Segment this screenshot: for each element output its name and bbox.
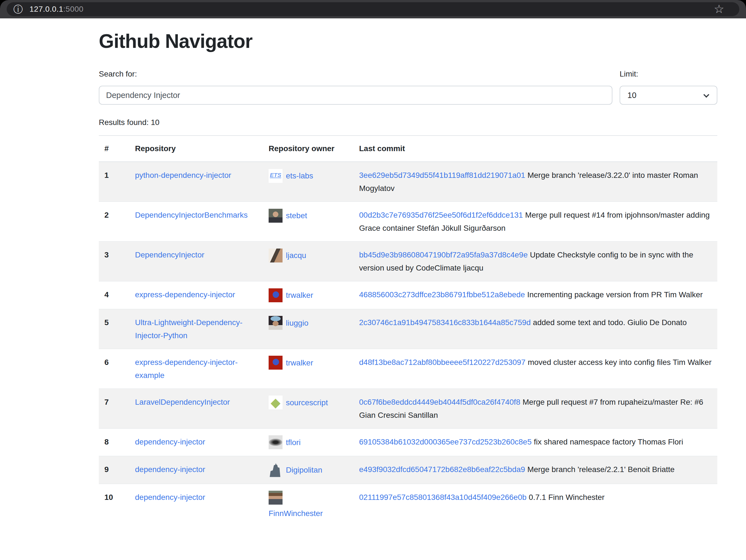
owner-link[interactable]: stebet [286, 211, 307, 220]
table-header-row: # Repository Repository owner Last commi… [99, 136, 717, 162]
owner-avatar [268, 356, 283, 370]
owner-avatar [268, 463, 283, 477]
url-host: 127.0.0.1 [29, 5, 63, 13]
commit-message: moved cluster access key into config fil… [528, 358, 712, 366]
limit-select[interactable]: 10 [620, 86, 717, 105]
table-row: 3 DependencyInjector ljacqu bb45d9e3b986… [99, 242, 717, 282]
search-input[interactable] [99, 86, 612, 105]
repo-link[interactable]: python-dependency-injector [135, 171, 231, 179]
repositories-table: # Repository Repository owner Last commi… [99, 135, 717, 527]
table-row: 8 dependency-injector tflori 69105384b61… [99, 429, 717, 456]
repo-link[interactable]: DependencyInjector [135, 250, 204, 259]
repo-link[interactable]: dependency-injector [135, 438, 205, 446]
owner-avatar: ◆ [268, 395, 283, 409]
table-row: 1 python-dependency-injector ETSets-labs… [99, 162, 717, 202]
table-row: 2 DependencyInjectorBenchmarks stebet 00… [99, 202, 717, 242]
commit-message: Incrementing package version from PR Tim… [527, 290, 703, 299]
row-index: 4 [99, 282, 130, 309]
row-index: 1 [99, 162, 130, 202]
chevron-down-icon [704, 92, 709, 98]
row-index: 2 [99, 202, 130, 242]
owner-link[interactable]: Digipolitan [286, 466, 322, 474]
commit-hash-link[interactable]: e493f9032dfcd65047172b682e8b6eaf22c5bda9 [359, 465, 525, 474]
limit-group: Limit: 10 [620, 69, 717, 105]
table-row: 10 dependency-injector FinnWinchester 02… [99, 484, 717, 527]
column-header-owner: Repository owner [263, 136, 353, 162]
commit-hash-link[interactable]: 2c30746c1a91b4947583416c833b1644a85c759d [359, 318, 531, 327]
limit-label: Limit: [620, 69, 717, 79]
info-icon[interactable]: ⓘ [13, 2, 23, 16]
column-header-last-commit: Last commit [353, 136, 717, 162]
table-row: 6 express-dependency-injector-example tr… [99, 349, 717, 388]
owner-link[interactable]: liuggio [286, 319, 309, 327]
table-row: 7 LaravelDependencyInjector ◆sourcescrip… [99, 388, 717, 429]
owner-link[interactable]: tflori [286, 438, 300, 447]
commit-hash-link[interactable]: 468856003c273dffce23b86791fbbe512a8ebede [359, 290, 525, 299]
commit-hash-link[interactable]: 0c67f6be8eddcd4449eb4044f5df0ca26f4740f8 [359, 398, 520, 406]
repo-link[interactable]: DependencyInjectorBenchmarks [135, 211, 248, 219]
column-header-index: # [99, 136, 130, 162]
owner-avatar [268, 491, 283, 505]
row-index: 10 [99, 484, 130, 527]
commit-message: added some text and todo. Giulio De Dona… [533, 318, 687, 327]
owner-link[interactable]: trwalker [286, 291, 313, 299]
search-form: Search for: Limit: 10 [99, 69, 717, 105]
repo-link[interactable]: express-dependency-injector-example [135, 358, 238, 380]
commit-hash-link[interactable]: 00d2b3c7e76935d76f25ee50f6d1f2ef6ddce131 [359, 211, 523, 219]
repo-link[interactable]: dependency-injector [135, 493, 205, 502]
owner-avatar [268, 248, 283, 262]
owner-avatar [268, 435, 283, 449]
row-index: 7 [99, 388, 130, 429]
repo-link[interactable]: LaravelDependencyInjector [135, 398, 230, 406]
commit-message: fix shared namespace factory Thomas Flor… [534, 438, 683, 446]
commit-hash-link[interactable]: 69105384b61032d000365ee737cd2523b260c8e5 [359, 438, 532, 446]
search-group: Search for: [99, 69, 612, 105]
owner-link[interactable]: ljacqu [286, 251, 306, 260]
owner-link[interactable]: ets-labs [286, 172, 313, 180]
page-title: Github Navigator [99, 30, 717, 52]
owner-link[interactable]: trwalker [286, 358, 313, 367]
row-index: 5 [99, 309, 130, 349]
owner-link[interactable]: FinnWinchester [268, 507, 348, 520]
limit-selected-value: 10 [627, 91, 636, 100]
address-bar[interactable]: ⓘ 127.0.0.1:5000 ☆ [7, 2, 739, 16]
owner-link[interactable]: sourcescript [286, 398, 328, 407]
row-index: 8 [99, 429, 130, 456]
commit-message: Merge branch 'release/2.2.1' Benoit Bria… [527, 465, 675, 474]
table-row: 4 express-dependency-injector trwalker 4… [99, 282, 717, 309]
commit-hash-link[interactable]: 02111997e57c85801368f43a10d45f409e266e0b [359, 493, 527, 502]
owner-avatar [268, 316, 283, 330]
commit-hash-link[interactable]: bb45d9e3b98608047190bf72a95fa9a37d8c4e9e [359, 250, 528, 259]
commit-hash-link[interactable]: d48f13be8ac712abf80bbeeee5f120227d253097 [359, 358, 525, 366]
row-index: 9 [99, 456, 130, 484]
search-label: Search for: [99, 69, 612, 79]
table-row: 9 dependency-injector Digipolitan e493f9… [99, 456, 717, 484]
page-content: Github Navigator Search for: Limit: 10 R… [0, 30, 746, 527]
owner-avatar: ETS [268, 169, 283, 183]
owner-avatar [268, 288, 283, 302]
commit-message: 0.7.1 Finn Winchester [529, 493, 605, 502]
row-index: 6 [99, 349, 130, 388]
bookmark-star-icon[interactable]: ☆ [714, 2, 724, 16]
row-index: 3 [99, 242, 130, 282]
table-row: 5 Ultra-Lightweight-Dependency-Injector-… [99, 309, 717, 349]
url-text: 127.0.0.1:5000 [29, 5, 84, 13]
owner-avatar [268, 209, 283, 223]
repo-link[interactable]: dependency-injector [135, 465, 205, 474]
column-header-repository: Repository [130, 136, 263, 162]
results-count: Results found: 10 [99, 118, 717, 127]
commit-hash-link[interactable]: 3ee629eb5d7349d55f41b119aff81dd219071a01 [359, 171, 525, 179]
browser-toolbar: ⓘ 127.0.0.1:5000 ☆ [0, 0, 746, 18]
repo-link[interactable]: express-dependency-injector [135, 290, 235, 299]
url-port: :5000 [63, 5, 84, 13]
repo-link[interactable]: Ultra-Lightweight-Dependency-Injector-Py… [135, 318, 242, 340]
